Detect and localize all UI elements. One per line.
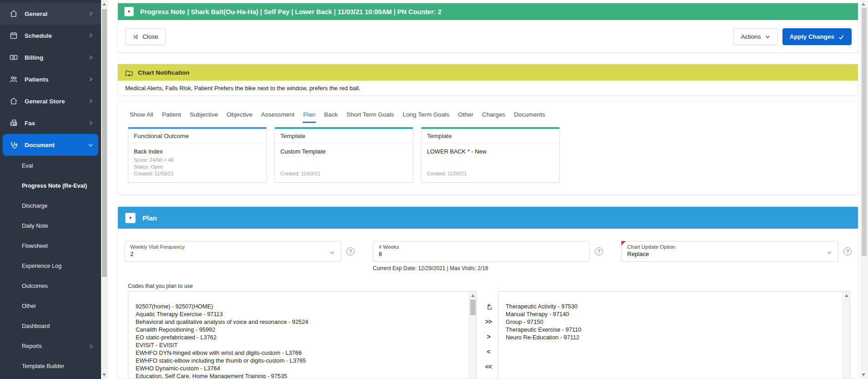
code-option[interactable]: Therapeutic Activity - 97530: [506, 302, 839, 310]
chevron-right-icon: [87, 120, 94, 126]
code-option[interactable]: 92507(home) - 92507(HOME): [136, 302, 465, 310]
scroll-down-arrow-icon[interactable]: [102, 374, 106, 376]
scroll-up-arrow-icon[interactable]: [471, 294, 475, 297]
move-all-left-button[interactable]: <<: [485, 362, 492, 372]
code-option[interactable]: Education, Self Care, Home Management Tr…: [136, 372, 465, 379]
chevron-right-icon: [87, 10, 94, 17]
code-option[interactable]: Neuro Re-Education - 97112: [506, 333, 839, 341]
code-option[interactable]: EVISIT - EVISIT: [136, 341, 465, 349]
plan-fields-row: Weekly Visit Frequency 2 ? # Weeks 8 ?: [124, 241, 852, 262]
check-icon: [838, 34, 844, 40]
tab-subjective[interactable]: Subjective: [189, 111, 218, 123]
reset-selection-button[interactable]: [485, 302, 492, 312]
listbox-scrollbar-thumb[interactable]: [470, 300, 476, 315]
move-right-button[interactable]: >: [487, 332, 490, 342]
close-button[interactable]: Close: [125, 28, 166, 45]
sidebar-subitem-template-builder[interactable]: Template Builder: [0, 356, 101, 376]
chevron-down-icon: [329, 249, 335, 256]
code-option[interactable]: EWHFO DYN-hinged elbow with wrist and di…: [136, 349, 465, 357]
code-option[interactable]: EO static-prefabricated - L3762: [136, 333, 465, 341]
sidebar-item-billing[interactable]: Billing: [0, 46, 101, 68]
code-option[interactable]: Canalith Repositioning - 95992: [136, 326, 465, 333]
fax-icon: [9, 118, 18, 128]
functional-outcome-card[interactable]: Functional Outcome Back Index Score: 24/…: [128, 127, 267, 183]
weekly-visit-frequency-select[interactable]: Weekly Visit Frequency 2: [124, 241, 341, 262]
template-card[interactable]: Template Custom Template Created: 11/03/…: [274, 127, 413, 183]
codes-plan-label: Codes that you plan to use: [128, 283, 193, 289]
tab-back[interactable]: Back: [324, 111, 338, 123]
sidebar-item-fax[interactable]: Fax: [0, 112, 101, 134]
tab-assessment[interactable]: Assessment: [260, 111, 295, 123]
tab-long-term-goals[interactable]: Long Term Goals: [402, 111, 450, 123]
template-card[interactable]: Template LOWER BACK * - New Created: 11/…: [421, 127, 560, 183]
sidebar-subitem-reports[interactable]: Reports: [0, 336, 101, 356]
sidebar-subitem-flowsheet[interactable]: Flowsheet: [0, 236, 101, 256]
scroll-down-arrow-icon[interactable]: [862, 374, 865, 376]
scroll-up-arrow-icon[interactable]: [102, 3, 106, 5]
help-icon[interactable]: ?: [843, 247, 852, 256]
scroll-up-arrow-icon[interactable]: [862, 3, 865, 5]
sidebar-item-schedule[interactable]: Schedule: [0, 25, 101, 46]
code-option[interactable]: Manual Therapy - 97140: [506, 310, 839, 318]
code-option[interactable]: EWHO Dynamic-custom - L3764: [136, 364, 465, 372]
tab-show-all[interactable]: Show All: [129, 111, 154, 123]
actions-button[interactable]: Actions: [733, 28, 777, 45]
sidebar-subitem-dashboard[interactable]: Dashboard: [0, 316, 101, 336]
tab-plan[interactable]: Plan: [303, 111, 316, 123]
stethoscope-icon: [9, 140, 18, 149]
sidebar-subitem-eval[interactable]: Eval: [0, 156, 101, 176]
tab-other[interactable]: Other: [457, 111, 474, 123]
tab-short-term-goals[interactable]: Short Term Goals: [346, 111, 395, 123]
collapse-toggle-button[interactable]: ▼: [124, 7, 134, 16]
toolbar: Close Actions Apply Changes: [118, 20, 858, 53]
page-scrollbar[interactable]: [860, 0, 868, 379]
card-created: Created: 11/03/21: [280, 170, 407, 177]
code-option[interactable]: Behavioral and qualitative analysis of v…: [136, 318, 465, 326]
chevron-down-icon: [765, 34, 771, 40]
chart-notification-message: Medical Alerts, Falls Risk, Patient Pref…: [118, 81, 858, 96]
sidebar-item-label: Document: [25, 142, 87, 149]
sidebar-scrollbar[interactable]: [101, 0, 108, 379]
toolbar-right-buttons: Actions Apply Changes: [733, 28, 852, 45]
sidebar-subitem-progress-note[interactable]: Progress Note (Re-Eval): [0, 176, 101, 196]
move-all-right-button[interactable]: >>: [485, 317, 492, 327]
weeks-input[interactable]: # Weeks 8: [373, 241, 590, 262]
sidebar-item-label: Schedule: [25, 32, 87, 39]
code-option[interactable]: Aquatic Therapy Exercise - 97113: [136, 310, 465, 318]
sidebar-item-document[interactable]: Document: [3, 134, 98, 156]
tab-charges[interactable]: Charges: [482, 111, 506, 123]
sidebar-subitem-discharge[interactable]: Discharge: [0, 196, 101, 216]
tab-documents[interactable]: Documents: [513, 111, 545, 123]
listbox-scrollbar[interactable]: [469, 292, 476, 379]
sidebar-subitem-experience-log[interactable]: Experience Log: [0, 256, 101, 276]
sidebar-subitem-outcomes[interactable]: Outcomes: [0, 276, 101, 296]
tab-objective[interactable]: Objective: [226, 111, 253, 123]
sidebar-item-general[interactable]: General: [0, 3, 101, 25]
sidebar-item-patients[interactable]: Patients: [0, 68, 101, 90]
listbox-scrollbar[interactable]: [843, 292, 850, 379]
page-scrollbar-thumb[interactable]: [862, 8, 867, 256]
chart-update-option-select[interactable]: Chart Update Option Replace: [621, 241, 838, 262]
sidebar-scrollbar-thumb[interactable]: [102, 9, 107, 277]
sidebar-item-general-store[interactable]: General Store: [0, 90, 101, 112]
tab-patient[interactable]: Patient: [162, 111, 182, 123]
help-icon[interactable]: ?: [595, 247, 603, 256]
move-left-button[interactable]: <: [487, 347, 490, 357]
chart-notification-title: Chart Notification: [138, 69, 189, 76]
available-codes-listbox[interactable]: 92507(home) - 92507(HOME) Aquatic Therap…: [128, 291, 477, 379]
card-status: Status: Open: [134, 164, 261, 170]
plan-header-bar: ▼ Plan: [118, 207, 858, 229]
store-icon: [9, 97, 18, 106]
selected-codes-listbox[interactable]: Therapeutic Activity - 97530 Manual Ther…: [498, 291, 850, 379]
help-icon[interactable]: ?: [346, 247, 355, 256]
code-option[interactable]: Therapeutic Exercise - 97110: [506, 326, 839, 333]
plan-section-title: Plan: [142, 214, 157, 222]
code-option[interactable]: EWHFO static-elbow including the thumb o…: [136, 357, 465, 364]
scroll-up-arrow-icon[interactable]: [845, 294, 848, 297]
collapse-toggle-button[interactable]: ▼: [125, 213, 136, 223]
chevron-down-icon: [87, 142, 94, 148]
sidebar-subitem-daily-note[interactable]: Daily Note: [0, 216, 101, 236]
sidebar-subitem-other[interactable]: Other: [0, 296, 101, 316]
apply-changes-button[interactable]: Apply Changes: [782, 28, 852, 45]
code-option[interactable]: Group - 97150: [506, 318, 839, 326]
